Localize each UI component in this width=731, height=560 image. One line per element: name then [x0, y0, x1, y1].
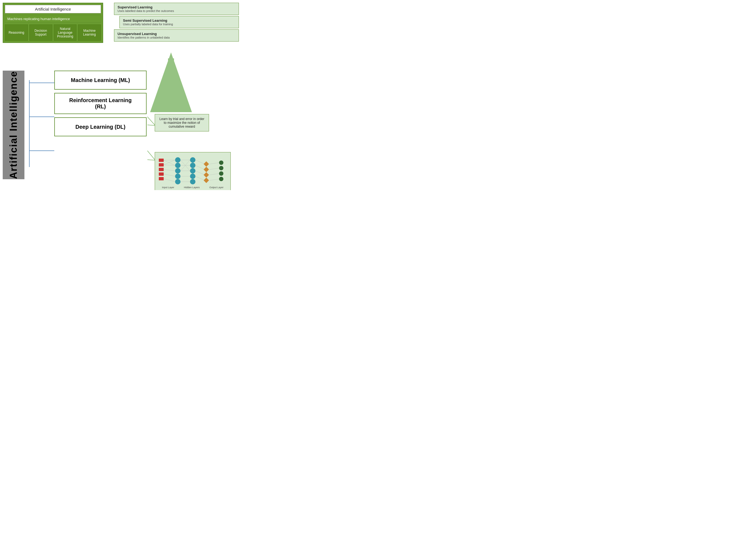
svg-point-37 [219, 166, 224, 170]
dl-box: Deep Learning (DL) [54, 117, 147, 136]
ai-decision-support: Decision Support [29, 24, 52, 41]
ai-vertical-bar: Artificial Intelligence [3, 71, 24, 179]
svg-point-24 [175, 168, 181, 174]
svg-line-8 [147, 125, 155, 125]
svg-line-59 [210, 168, 219, 169]
ai-nlp: Natural Language Processing [54, 24, 77, 41]
svg-rect-32 [204, 161, 209, 167]
svg-point-38 [219, 171, 224, 176]
svg-point-36 [219, 161, 224, 165]
semi-supervised-desc: Uses partially labeled data for training [123, 23, 235, 26]
ai-vertical-label: Artificial Intelligence [8, 71, 19, 179]
svg-line-57 [196, 176, 205, 180]
unsupervised-desc: Identifies the patterns in unlabeled dat… [118, 36, 235, 39]
svg-rect-35 [204, 178, 209, 183]
hidden-layers-label: Hidden Layers [184, 186, 200, 189]
rl-desc-box: Learn by trial and error in order to max… [155, 114, 209, 131]
svg-point-28 [190, 163, 196, 168]
svg-line-58 [210, 163, 219, 164]
svg-line-42 [164, 160, 175, 165]
ai-title: Artificial Intelligence [5, 5, 101, 13]
svg-rect-20 [159, 172, 164, 176]
svg-line-56 [196, 171, 205, 175]
svg-line-9 [147, 151, 155, 160]
svg-line-7 [147, 117, 155, 125]
svg-line-45 [164, 174, 175, 176]
nn-labels: Input Layer Hidden Layers Output Layer [157, 186, 228, 189]
svg-point-22 [175, 157, 181, 163]
svg-point-25 [175, 174, 181, 179]
svg-line-54 [196, 160, 205, 164]
svg-rect-17 [159, 159, 164, 162]
supervised-title: Supervised Learning [118, 5, 235, 9]
ai-sub-row: Reasoning Decision Support Natural Langu… [5, 24, 101, 41]
svg-rect-34 [204, 172, 209, 178]
svg-line-60 [210, 174, 219, 175]
ai-reasoning: Reasoning [5, 24, 28, 41]
svg-point-39 [219, 177, 224, 181]
ml-types-box: Supervised Learning Uses labelled data t… [114, 3, 239, 42]
output-layer-label: Output Layer [209, 186, 224, 189]
svg-point-29 [190, 168, 196, 174]
ai-hierarchy-box: Artificial Intelligence Machines replica… [3, 3, 103, 43]
svg-point-30 [190, 174, 196, 179]
unsupervised-title: Unsupervised Learning [118, 32, 235, 36]
supervised-box: Supervised Learning Uses labelled data t… [114, 3, 239, 15]
supervised-desc: Uses labelled data to predict the outcom… [118, 9, 235, 12]
svg-line-61 [210, 179, 219, 180]
ml-box: Machine Learning (ML) [54, 71, 147, 90]
rl-box: Reinforcement Learning(RL) [54, 93, 147, 114]
svg-line-46 [164, 179, 175, 182]
svg-point-23 [175, 163, 181, 168]
semi-supervised-title: Semi Supervised Learning [123, 18, 235, 23]
svg-point-31 [190, 179, 196, 184]
unsupervised-box: Unsupervised Learning Identifies the pat… [114, 29, 239, 42]
svg-line-40 [164, 160, 175, 160]
ai-ml: Machine Learning [78, 24, 101, 41]
svg-line-43 [164, 165, 175, 165]
svg-line-44 [164, 169, 175, 171]
rl-description: Learn by trial and error in order to max… [159, 117, 204, 128]
dl-diagram-box: Input Layer Hidden Layers Output Layer [155, 152, 231, 190]
svg-line-41 [164, 160, 175, 165]
ai-subtitle: Machines replicating human intelligence [5, 15, 101, 23]
svg-rect-19 [159, 168, 164, 171]
semi-supervised-box: Semi Supervised Learning Uses partially … [119, 16, 239, 28]
svg-point-26 [175, 179, 181, 184]
svg-line-55 [196, 165, 205, 169]
learning-boxes: Machine Learning (ML) Reinforcement Lear… [54, 71, 147, 136]
svg-line-10 [147, 160, 155, 160]
svg-rect-18 [159, 163, 164, 166]
svg-rect-33 [204, 167, 209, 172]
input-layer-label: Input Layer [162, 186, 174, 189]
svg-rect-21 [159, 177, 164, 180]
svg-point-27 [190, 157, 196, 163]
